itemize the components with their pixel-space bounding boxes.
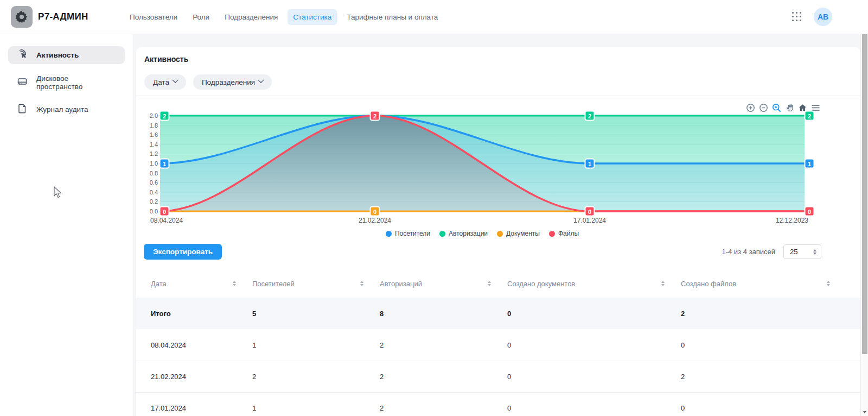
column-header-3[interactable]: Создано документов <box>507 280 681 288</box>
records-info: 1-4 из 4 записей <box>722 248 775 256</box>
pagination: 1-4 из 4 записей 25 <box>722 244 821 259</box>
table-cell: 2 <box>681 373 860 381</box>
spinner-icon[interactable] <box>813 249 816 255</box>
x-tick-label: 08.04.2024 <box>150 217 183 224</box>
sort-icon[interactable] <box>661 281 665 286</box>
legend-dot-icon <box>497 231 503 237</box>
nav-item-2[interactable]: Подразделения <box>219 9 283 25</box>
filter-label: Подразделения <box>202 78 255 86</box>
table-row-0: 08.04.20241200 <box>136 329 860 361</box>
nav-item-1[interactable]: Роли <box>187 9 215 25</box>
y-tick-label: 0.8 <box>136 170 158 177</box>
sort-icon[interactable] <box>360 281 363 286</box>
column-header-2[interactable]: Авторизаций <box>380 280 507 288</box>
column-header-4[interactable]: Создано файлов <box>681 280 860 288</box>
column-header-label: Создано документов <box>507 280 575 288</box>
x-tick-label: 17.01.2024 <box>573 217 606 224</box>
column-header-0[interactable]: Дата <box>136 280 252 288</box>
point-badge: 2 <box>805 111 814 121</box>
page-title: Активность <box>144 55 188 64</box>
point-badge: 1 <box>805 159 814 168</box>
column-header-label: Авторизаций <box>380 280 422 288</box>
sort-icon[interactable] <box>488 281 491 286</box>
topbar-right: АВ <box>792 8 868 26</box>
column-header-1[interactable]: Посетителей <box>252 280 380 288</box>
table-cell: 1 <box>252 341 380 349</box>
x-tick-label: 21.02.2024 <box>359 217 391 224</box>
topbar: Р7-АДМИН ПользователиРолиПодразделенияСт… <box>0 0 868 34</box>
svg-text:0: 0 <box>588 209 591 215</box>
svg-text:2: 2 <box>808 113 811 119</box>
column-header-label: Дата <box>151 280 167 288</box>
sidebar-item-label: Дисковое пространство <box>36 74 116 91</box>
svg-text:1: 1 <box>808 161 811 167</box>
filters-row: ДатаПодразделения <box>144 74 272 90</box>
filter-label: Дата <box>153 78 169 86</box>
sidebar-item-1[interactable]: Дисковое пространство <box>8 73 125 91</box>
table-cell: 2 <box>380 373 507 381</box>
activity-panel: Активность ДатаПодразделения 2.01.81.61.… <box>136 47 860 416</box>
total-cell: 8 <box>380 310 507 318</box>
journal-icon <box>17 103 28 116</box>
legend-label: Файлы <box>558 230 579 237</box>
sort-icon[interactable] <box>233 281 236 286</box>
legend-dot-icon <box>439 231 445 237</box>
sidebar-item-2[interactable]: Журнал аудита <box>8 100 125 118</box>
legend-item-2[interactable]: Документы <box>497 230 540 237</box>
table-cell: 0 <box>507 373 681 381</box>
scroll-down-icon[interactable] <box>863 411 866 413</box>
nav-item-0[interactable]: Пользователи <box>124 9 183 25</box>
point-badge: 0 <box>160 207 169 216</box>
legend-label: Посетители <box>395 230 430 237</box>
point-badge: 0 <box>805 207 814 216</box>
table-cell: 0 <box>681 341 860 349</box>
y-tick-label: 1.4 <box>136 141 158 148</box>
export-button[interactable]: Экспортировать <box>144 244 222 260</box>
activity-table: ДатаПосетителейАвторизацийСоздано докуме… <box>136 274 860 416</box>
apps-grid-icon[interactable] <box>792 12 802 22</box>
scrollbar-thumb[interactable] <box>862 9 867 354</box>
y-tick-label: 1.8 <box>136 122 158 129</box>
app-logo-gear-icon[interactable] <box>11 6 33 28</box>
x-tick-label: 12.12.2023 <box>776 217 808 224</box>
column-header-label: Посетителей <box>252 280 295 288</box>
column-header-label: Создано файлов <box>681 280 736 288</box>
total-cell: 5 <box>252 310 380 318</box>
table-cell: 2 <box>380 341 507 349</box>
brand-name: Р7-АДМИН <box>38 11 88 22</box>
point-badge: 2 <box>585 111 595 121</box>
legend-item-0[interactable]: Посетители <box>386 230 430 237</box>
legend-label: Документы <box>506 230 540 237</box>
activity-icon <box>17 49 28 61</box>
y-tick-label: 1.6 <box>136 131 158 138</box>
selection-zoom-icon[interactable] <box>772 103 781 112</box>
y-tick-label: 2.0 <box>136 112 158 119</box>
legend-dot-icon <box>549 231 555 237</box>
sidebar-item-label: Активность <box>36 51 79 59</box>
point-badge: 1 <box>585 159 595 168</box>
table-row-2: 17.01.20241200 <box>136 392 860 416</box>
nav-item-4[interactable]: Тарифные планы и оплата <box>341 9 443 25</box>
filter-0[interactable]: Дата <box>144 74 186 90</box>
table-cell: 2 <box>380 404 507 412</box>
zoom-out-icon[interactable] <box>759 103 768 112</box>
sidebar-item-0[interactable]: Активность <box>8 46 125 64</box>
table-cell: 0 <box>507 404 681 412</box>
sort-icon[interactable] <box>827 281 830 286</box>
svg-text:0: 0 <box>163 209 166 215</box>
user-avatar[interactable]: АВ <box>814 8 832 26</box>
y-tick-label: 0.4 <box>136 189 158 196</box>
zoom-in-icon[interactable] <box>746 103 755 112</box>
nav-item-3[interactable]: Статистика <box>288 9 337 25</box>
legend-item-1[interactable]: Авторизации <box>439 230 488 237</box>
activity-chart[interactable]: 21020210210 <box>160 116 805 211</box>
pan-icon[interactable] <box>785 103 794 112</box>
filter-1[interactable]: Подразделения <box>193 74 272 90</box>
vertical-scrollbar[interactable] <box>860 0 868 416</box>
legend-label: Авторизации <box>449 230 488 237</box>
y-tick-label: 1.2 <box>136 150 158 157</box>
y-tick-label: 0.2 <box>136 198 158 205</box>
svg-text:0: 0 <box>373 209 376 215</box>
legend-item-3[interactable]: Файлы <box>549 230 579 237</box>
page-size-select[interactable]: 25 <box>783 244 821 259</box>
